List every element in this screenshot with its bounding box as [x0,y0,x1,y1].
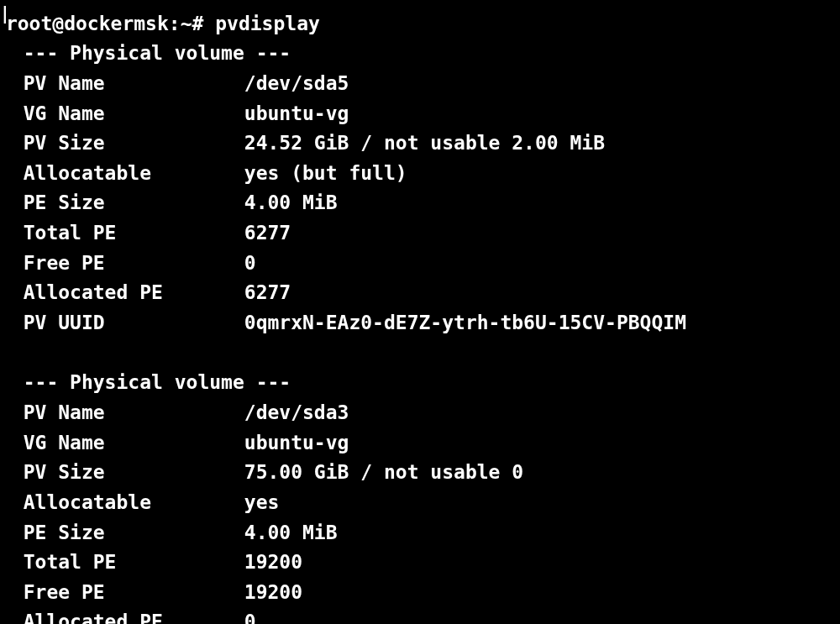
pv-field-label: Allocated PE [24,607,244,624]
pv-field-label: Allocatable [24,488,244,518]
pv-field-label: PV UUID [24,308,244,338]
prompt-hash: # [192,13,216,34]
pv-field-value: 4.00 MiB [244,191,338,213]
pv-field-value: 4.00 MiB [244,522,338,543]
pv-field-row: Allocated PE0 [0,607,840,624]
pv-field-row: Total PE6277 [0,218,840,249]
pv-field-value: 19200 [244,581,302,603]
pv-field-value: 6277 [244,281,291,303]
pv-field-value: /dev/sda3 [244,401,349,423]
prompt-userhost: root@dockermsk [6,13,169,34]
pv-field-row: VG Nameubuntu-vg [0,99,840,129]
pv-header-text: --- Physical volume --- [24,371,291,393]
pv-field-label: Allocated PE [24,278,244,308]
pv-header-text: --- Physical volume --- [24,42,291,64]
pv-field-row: Free PE19200 [0,578,840,608]
pv-field-value: yes (but full) [244,162,407,184]
command-text: pvdisplay [215,13,320,34]
prompt-line: [root@dockermsk:~# pvdisplay [0,0,840,39]
pv-field-label: Total PE [24,218,244,249]
blank-line [0,338,840,369]
pv-field-value: 24.52 GiB / not usable 2.00 MiB [244,132,605,154]
pv-field-label: PE Size [24,518,244,548]
pv-field-label: PE Size [24,188,244,218]
pv-field-value: ubuntu-vg [244,102,349,124]
pv-field-row: PV Name/dev/sda3 [0,398,840,428]
pv-field-row: PV Size24.52 GiB / not usable 2.00 MiB [0,128,840,159]
pv-field-label: PV Name [24,69,244,99]
pv-field-value: 6277 [244,222,291,244]
pv-field-label: Free PE [24,578,244,608]
pv-field-label: VG Name [24,99,244,129]
pv-field-label: Total PE [24,548,244,578]
pv-field-row: VG Nameubuntu-vg [0,428,840,459]
terminal-output[interactable]: [root@dockermsk:~# pvdisplay--- Physical… [0,0,840,624]
pv-field-label: PV Size [24,128,244,159]
pv-field-row: PV Size75.00 GiB / not usable 0 [0,458,840,488]
pv-field-row: Total PE19200 [0,548,840,578]
pv-field-row: PE Size4.00 MiB [0,518,840,548]
pv-field-row: Allocatableyes [0,488,840,518]
pv-field-value: yes [244,491,280,513]
pv-field-value: 0qmrxN-EAz0-dE7Z-ytrh-tb6U-15CV-PBQQIM [244,312,686,333]
pv-field-label: VG Name [24,428,244,459]
pv-field-value: 0 [244,252,256,274]
pv-field-row: Allocatableyes (but full) [0,159,840,189]
pv-field-row: PE Size4.00 MiB [0,188,840,218]
pv-field-label: Free PE [24,249,244,279]
pv-field-value: ubuntu-vg [244,432,349,454]
pv-field-row: PV UUID0qmrxN-EAz0-dE7Z-ytrh-tb6U-15CV-P… [0,308,840,338]
pv-field-label: Allocatable [24,159,244,189]
pv-field-label: PV Name [24,398,244,428]
pv-header: --- Physical volume --- [0,39,840,69]
pv-field-row: Free PE0 [0,249,840,279]
pv-field-row: PV Name/dev/sda5 [0,69,840,99]
prompt-colon: : [169,13,181,34]
pv-field-value: 0 [244,611,256,624]
prompt-bracket: [ [0,0,6,30]
prompt-cwd: ~ [181,13,192,34]
pv-field-row: Allocated PE6277 [0,278,840,308]
pv-field-label: PV Size [24,458,244,488]
pv-field-value: /dev/sda5 [244,72,349,94]
pv-field-value: 75.00 GiB / not usable 0 [244,461,535,483]
pv-header: --- Physical volume --- [0,368,840,398]
pv-field-value: 19200 [244,551,302,573]
